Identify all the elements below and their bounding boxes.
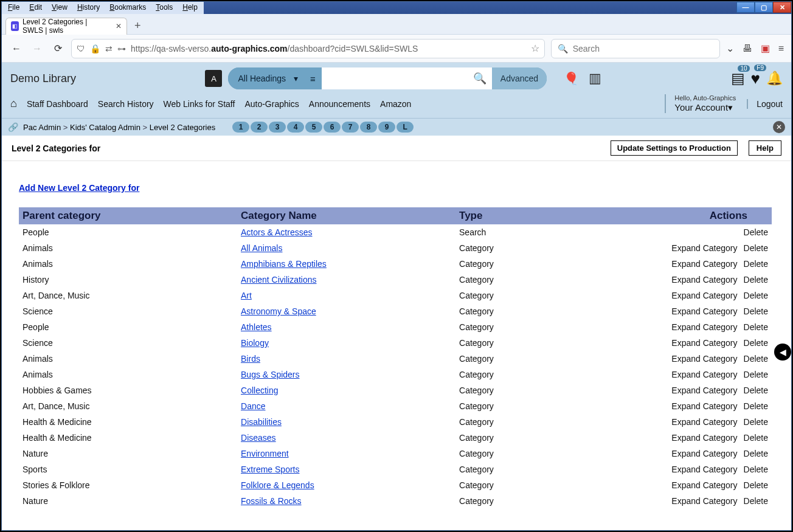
expand-category-link[interactable]: Expand Category xyxy=(671,465,737,474)
reload-icon[interactable]: ⟳ xyxy=(50,43,65,54)
delete-link[interactable]: Delete xyxy=(744,259,768,269)
category-link[interactable]: Diseases xyxy=(241,433,276,443)
add-new-category-link[interactable]: Add New Level 2 Category for xyxy=(19,183,139,193)
delete-link[interactable]: Delete xyxy=(744,370,768,379)
breadcrumb-item[interactable]: Pac Admin xyxy=(23,123,61,132)
page-button[interactable]: L xyxy=(396,122,414,133)
shield-icon[interactable]: 🛡 xyxy=(77,44,85,54)
category-link[interactable]: Astronomy & Space xyxy=(241,306,316,316)
delete-link[interactable]: Delete xyxy=(744,465,768,474)
delete-link[interactable]: Delete xyxy=(744,480,768,490)
balloon-icon[interactable]: 🎈 xyxy=(564,71,579,86)
breadcrumb-item[interactable]: Kids' Catalog Admin xyxy=(70,123,140,132)
window-close[interactable]: ✕ xyxy=(773,2,791,13)
expand-category-link[interactable]: Expand Category xyxy=(671,417,737,427)
expand-category-link[interactable]: Expand Category xyxy=(671,480,737,490)
nav-item[interactable]: Web Links for Staff xyxy=(164,99,235,109)
nav-item[interactable]: Search History xyxy=(98,99,154,109)
expand-category-link[interactable]: Expand Category xyxy=(671,338,737,348)
pocket-icon[interactable]: ⌄ xyxy=(726,43,734,54)
page-button[interactable]: 4 xyxy=(287,122,304,133)
os-menu-item[interactable]: File xyxy=(4,3,23,13)
category-link[interactable]: Ancient Civilizations xyxy=(241,275,317,285)
nav-back-icon[interactable]: ← xyxy=(9,43,24,54)
delete-link[interactable]: Delete xyxy=(744,496,768,506)
delete-link[interactable]: Delete xyxy=(744,275,768,285)
expand-category-link[interactable]: Expand Category xyxy=(671,306,737,316)
update-settings-button[interactable]: Update Settings to Production xyxy=(611,140,738,156)
content-scroll[interactable]: Add New Level 2 Category for Parent cate… xyxy=(2,161,781,530)
delete-link[interactable]: Delete xyxy=(744,322,768,332)
language-icon[interactable]: A xyxy=(205,70,222,87)
category-link[interactable]: Extreme Sports xyxy=(241,465,299,474)
category-link[interactable]: Environment xyxy=(241,449,289,458)
favorites-icon[interactable]: ♥F9 xyxy=(751,69,760,88)
delete-link[interactable]: Delete xyxy=(744,433,768,443)
category-link[interactable]: Art xyxy=(241,291,252,300)
category-link[interactable]: Athletes xyxy=(241,322,272,332)
page-button[interactable]: 8 xyxy=(360,122,377,133)
window-minimize[interactable]: — xyxy=(736,2,755,13)
help-button[interactable]: Help xyxy=(749,140,781,156)
delete-link[interactable]: Delete xyxy=(744,354,768,364)
logout-link[interactable]: Logout xyxy=(747,99,783,109)
bookmark-star-icon[interactable]: ☆ xyxy=(531,43,539,54)
category-link[interactable]: Bugs & Spiders xyxy=(241,370,300,379)
expand-category-link[interactable]: Expand Category xyxy=(671,243,737,253)
expand-category-link[interactable]: Expand Category xyxy=(671,433,737,443)
page-button[interactable]: 5 xyxy=(305,122,322,133)
delete-link[interactable]: Delete xyxy=(744,243,768,253)
browser-search[interactable]: 🔍 Search xyxy=(551,39,720,58)
page-button[interactable]: 3 xyxy=(269,122,286,133)
print-icon[interactable]: 🖶 xyxy=(743,43,752,54)
os-menu-item[interactable]: Bookmarks xyxy=(106,3,150,13)
delete-link[interactable]: Delete xyxy=(744,227,768,237)
browser-tab[interactable]: ◧ Level 2 Categories | SWLS | swls ✕ xyxy=(5,18,127,35)
expand-category-link[interactable]: Expand Category xyxy=(671,291,737,300)
os-menu-item[interactable]: Help xyxy=(179,3,201,13)
expand-category-link[interactable]: Expand Category xyxy=(671,401,737,411)
expand-category-link[interactable]: Expand Category xyxy=(671,259,737,269)
expand-category-link[interactable]: Expand Category xyxy=(671,449,737,458)
tab-close-icon[interactable]: ✕ xyxy=(116,22,122,30)
delete-link[interactable]: Delete xyxy=(744,306,768,316)
page-button[interactable]: 2 xyxy=(251,122,268,133)
catalog-search-input[interactable] xyxy=(322,67,468,89)
list-icon[interactable]: ▤10 xyxy=(731,70,745,87)
notifications-icon[interactable]: 🔔 xyxy=(766,71,783,86)
expand-category-link[interactable]: Expand Category xyxy=(671,385,737,395)
expand-category-link[interactable]: Expand Category xyxy=(671,370,737,379)
os-menu-item[interactable]: History xyxy=(74,3,103,13)
nav-item[interactable]: Auto-Graphics xyxy=(244,99,299,109)
category-link[interactable]: Dance xyxy=(241,401,265,411)
expand-category-link[interactable]: Expand Category xyxy=(671,354,737,364)
category-link[interactable]: Folklore & Legends xyxy=(241,480,314,490)
catalog-search-button[interactable]: 🔍 xyxy=(468,67,492,89)
nav-item[interactable]: Staff Dashboard xyxy=(27,99,88,109)
delete-link[interactable]: Delete xyxy=(744,417,768,427)
nav-item[interactable]: Announcements xyxy=(309,99,370,109)
page-button[interactable]: 9 xyxy=(378,122,395,133)
window-maximize[interactable]: ▢ xyxy=(755,2,773,13)
delete-link[interactable]: Delete xyxy=(744,449,768,458)
key-icon[interactable]: ⊶ xyxy=(117,44,126,54)
category-link[interactable]: Fossils & Rocks xyxy=(241,496,302,506)
extension-icon[interactable]: ▣ xyxy=(761,43,770,54)
os-menu-item[interactable]: View xyxy=(48,3,71,13)
headings-dropdown[interactable]: All Headings xyxy=(228,67,304,89)
barcode-icon[interactable]: ▥ xyxy=(589,71,601,86)
os-menu-item[interactable]: Edit xyxy=(26,3,46,13)
delete-link[interactable]: Delete xyxy=(744,385,768,395)
page-button[interactable]: 7 xyxy=(342,122,359,133)
delete-link[interactable]: Delete xyxy=(744,291,768,300)
expand-category-link[interactable]: Expand Category xyxy=(671,322,737,332)
home-icon[interactable]: ⌂ xyxy=(10,97,17,110)
close-panel-icon[interactable]: ✕ xyxy=(773,121,785,133)
expand-category-link[interactable]: Expand Category xyxy=(671,496,737,506)
new-tab-button[interactable]: + xyxy=(131,19,145,32)
category-link[interactable]: Birds xyxy=(241,354,260,364)
expand-category-link[interactable]: Expand Category xyxy=(671,275,737,285)
category-link[interactable]: Disabilities xyxy=(241,417,282,427)
database-icon[interactable]: ≡ xyxy=(304,74,322,84)
account-menu[interactable]: Hello, Auto-Graphics Your Account▾ xyxy=(665,94,736,113)
